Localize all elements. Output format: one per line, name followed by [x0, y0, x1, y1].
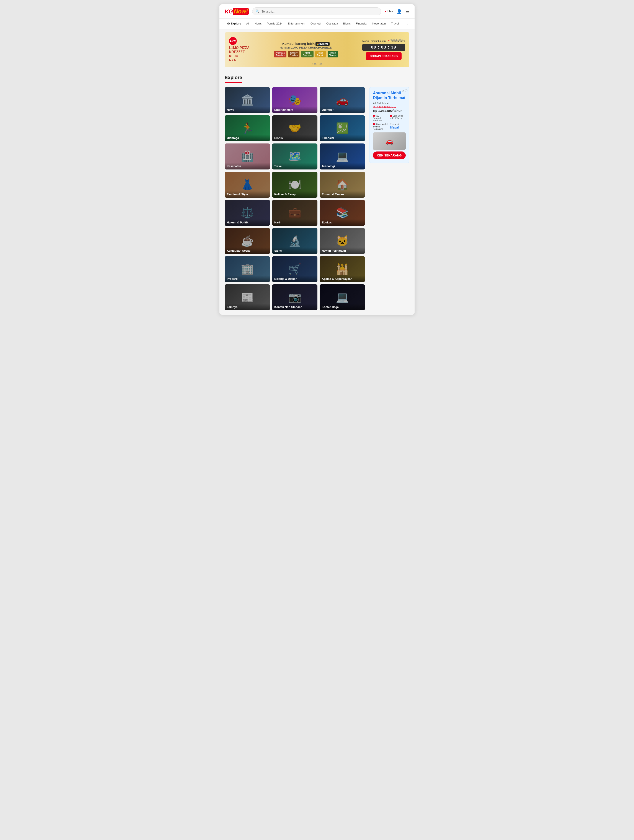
- category-label: Karir: [272, 219, 318, 226]
- category-card-kuliner---resep[interactable]: 🍽️Kuliner & Resep: [272, 172, 318, 197]
- category-card-entertainment[interactable]: 🎭Entertainment: [272, 87, 318, 113]
- ad-feature-brand: Cuma di lifepal: [390, 123, 406, 130]
- category-card-olahraga[interactable]: 🏃Olahraga: [225, 115, 270, 141]
- category-card-travel[interactable]: 🗺️Travel: [272, 144, 318, 169]
- search-icon: 🔍: [255, 9, 260, 13]
- ad-cta-button[interactable]: CEK SEKARANG: [373, 152, 406, 159]
- banner-baru-badge: BARU: [229, 37, 237, 45]
- category-label: Kesehatan: [225, 163, 270, 169]
- explore-nav-icon: ◎: [227, 22, 229, 25]
- live-badge[interactable]: Live: [385, 10, 393, 13]
- category-label: Konten Ilegal: [319, 304, 365, 310]
- category-grid: 🏛️News🎭Entertainment🚗Otomotif🏃Olahraga🤝B…: [225, 87, 365, 310]
- nav-item-all[interactable]: All: [244, 19, 252, 28]
- nav-label-all: All: [246, 22, 249, 25]
- category-label: Kuliner & Resep: [272, 191, 318, 197]
- nav-item-travel[interactable]: Travel: [388, 19, 402, 28]
- category-card-kesehatan[interactable]: 🏥Kesehatan: [225, 144, 270, 169]
- nav-item-news[interactable]: News: [252, 19, 264, 28]
- ad-price-old: Rp 3.050.000/tahun: [373, 106, 406, 109]
- category-label: Olahraga: [225, 134, 270, 141]
- banner-cta-button[interactable]: COBAIN SEKARANG: [366, 52, 402, 60]
- ad-features: 500+ BengkelRekanan Usia Mobils.d 15 Tah…: [373, 115, 406, 130]
- explore-title: Explore: [225, 75, 242, 83]
- category-card-lainnya[interactable]: 📰Lainnya: [225, 284, 270, 310]
- ad-sidebar: ✕ ⓘ Asuransi MobilDijamin Terhemat All R…: [369, 87, 409, 310]
- category-card-karir[interactable]: 💼Karir: [272, 200, 318, 226]
- category-grid-section: 🏛️News🎭Entertainment🚗Otomotif🏃Olahraga🤝B…: [225, 87, 365, 310]
- main-content: Explore 🏛️News🎭Entertainment🚗Otomotif🏃Ol…: [220, 70, 414, 315]
- banner-flavors: AmericanFavorites CheesyChicken MeatSupr…: [252, 51, 360, 57]
- banner-ad: BARU L1MO PIZZAKREZZZZKEJUNYA Kumpul bar…: [225, 32, 409, 67]
- category-label: Belanja & Diskon: [272, 275, 318, 282]
- category-card-news[interactable]: 🏛️News: [225, 87, 270, 113]
- nav-item-otomotif[interactable]: Otomotif: [308, 19, 324, 28]
- banner-disclaimer: *S&K berlaku: [391, 39, 403, 41]
- nav-label-otomotif: Otomotif: [310, 22, 321, 25]
- nav-label-finansial: Finansial: [356, 22, 367, 25]
- search-input[interactable]: [261, 10, 378, 13]
- category-label: Hewan Peliharaan: [319, 247, 365, 254]
- nav-item-olahraga[interactable]: Olahraga: [324, 19, 340, 28]
- category-card-konten-ilegal[interactable]: 💻Konten Ilegal: [319, 284, 365, 310]
- ad-car-image: 🚗: [373, 133, 406, 150]
- category-label: Kehidupan Sosial: [225, 247, 270, 254]
- nav-item-pemilu[interactable]: Pemilu 2024: [264, 19, 285, 28]
- user-icon[interactable]: 👤: [397, 9, 402, 14]
- category-card-sains[interactable]: 🔬Sains: [272, 228, 318, 254]
- logo[interactable]: KGNow!: [225, 8, 249, 15]
- banner-timer: 00 : 03 : 39: [362, 44, 405, 51]
- category-label: News: [225, 106, 270, 113]
- nav-item-entertainment[interactable]: Entertainment: [285, 19, 308, 28]
- ad-feature-2: Usia Mobils.d 15 Tahun: [390, 115, 406, 122]
- nav-item-finansial[interactable]: Finansial: [353, 19, 370, 28]
- menu-icon[interactable]: ☰: [405, 9, 409, 14]
- category-card-agama---kepercayaan[interactable]: 🕌Agama & Kepercayaan: [319, 256, 365, 282]
- banner-center-title: Kumpul bareng lebih 🎉Krezzz: [252, 42, 360, 46]
- banner-left-text: L1MO PIZZAKREZZZZKEJUNYA: [229, 46, 250, 62]
- nav-item-kesehatan[interactable]: Kesehatan: [370, 19, 388, 28]
- category-label: Bisnis: [272, 134, 318, 141]
- ad-close-button[interactable]: ✕ ⓘ: [402, 89, 408, 93]
- nav-chevron-right[interactable]: ›: [406, 19, 409, 28]
- nav-item-bisnis[interactable]: Bisnis: [340, 19, 353, 28]
- ad-feature-3: Klaim MudahSemua Kerusakan: [373, 123, 389, 130]
- header: KGNow! 🔍 Live 👤 ☰: [220, 4, 414, 19]
- nav-label-bisnis: Bisnis: [343, 22, 351, 25]
- category-label: Hukum & Politik: [225, 219, 270, 226]
- category-card-fashion---style[interactable]: 👗Fashion & Style: [225, 172, 270, 197]
- banner-container: BARU L1MO PIZZAKREZZZZKEJUNYA Kumpul bar…: [220, 29, 414, 70]
- category-card-belanja---diskon[interactable]: 🛒Belanja & Diskon: [272, 256, 318, 282]
- category-card-otomotif[interactable]: 🚗Otomotif: [319, 87, 365, 113]
- header-actions: Live 👤 ☰: [385, 9, 409, 14]
- nav-label-travel: Travel: [391, 22, 399, 25]
- category-card-edukasi[interactable]: 📚Edukasi: [319, 200, 365, 226]
- category-card-kehidupan-sosial[interactable]: ☕Kehidupan Sosial: [225, 228, 270, 254]
- category-card-rumah---taman[interactable]: 🏠Rumah & Taman: [319, 172, 365, 197]
- live-dot: [385, 11, 386, 13]
- banner-meter: 1 METER: [312, 63, 321, 65]
- page-container: KGNow! 🔍 Live 👤 ☰ ◎ Explore All News: [220, 4, 414, 315]
- category-label: Properti: [225, 275, 270, 282]
- category-label: Fashion & Style: [225, 191, 270, 197]
- category-label: Edukasi: [319, 219, 365, 226]
- category-label: Lainnya: [225, 304, 270, 310]
- category-label: Finansial: [319, 134, 365, 141]
- category-card-bisnis[interactable]: 🤝Bisnis: [272, 115, 318, 141]
- category-card-finansial[interactable]: 💹Finansial: [319, 115, 365, 141]
- category-label: Konten Non-Standar: [272, 304, 318, 310]
- logo-text: KGNow!: [225, 8, 249, 15]
- category-card-properti[interactable]: 🏢Properti: [225, 256, 270, 282]
- category-card-teknologi[interactable]: 💻Teknologi: [319, 144, 365, 169]
- category-label: Entertainment: [272, 106, 318, 113]
- nav-item-explore[interactable]: ◎ Explore: [225, 19, 244, 28]
- nav-label-news: News: [255, 22, 262, 25]
- category-card-konten-non-standar[interactable]: 📷Konten Non-Standar: [272, 284, 318, 310]
- category-card-hewan-peliharaan[interactable]: 🐱Hewan Peliharaan: [319, 228, 365, 254]
- ad-brand: lifepal: [390, 126, 399, 129]
- category-card-hukum---politik[interactable]: ⚖️Hukum & Politik: [225, 200, 270, 226]
- nav-label-olahraga: Olahraga: [326, 22, 338, 25]
- search-bar[interactable]: 🔍: [252, 7, 381, 16]
- category-label: Otomotif: [319, 106, 365, 113]
- category-label: Agama & Kepercayaan: [319, 275, 365, 282]
